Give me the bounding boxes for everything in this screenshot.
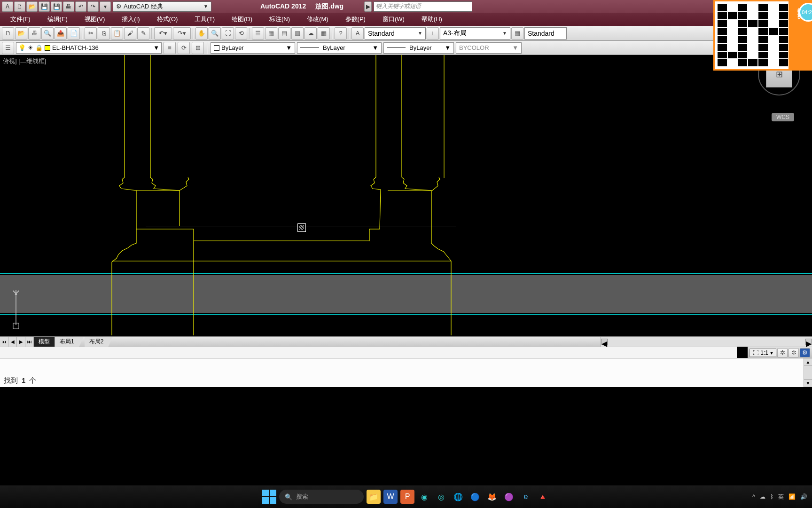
wcs-badge[interactable]: WCS	[772, 113, 794, 121]
preview-icon[interactable]: 🔍	[41, 27, 54, 40]
new-icon[interactable]: 🗋	[14, 1, 25, 12]
undo-icon[interactable]: ↶▾	[154, 27, 172, 40]
anno-scale-toolbar: ⛶ 1:1 ▾ ✲ ✲ ⚙	[748, 347, 812, 358]
new-icon[interactable]: 🗋	[2, 27, 14, 40]
saveas-icon[interactable]: 💾	[51, 1, 62, 12]
taskbar-search[interactable]: 🔍 搜索	[279, 490, 364, 504]
ime-indicator[interactable]: 英	[778, 493, 784, 501]
tab-prev-icon[interactable]: ◀	[8, 337, 17, 347]
menu-tools[interactable]: 工具(T)	[186, 13, 223, 25]
menu-param[interactable]: 参数(P)	[337, 13, 374, 25]
redo-icon[interactable]: ↷▾	[173, 27, 191, 40]
zoom-win-icon[interactable]: ⛶	[222, 27, 234, 40]
wifi-icon[interactable]: 📶	[789, 493, 796, 500]
chevron-up-icon[interactable]: ^	[752, 493, 755, 500]
menu-help[interactable]: 帮助(H)	[413, 13, 451, 25]
teams-icon[interactable]: 🟣	[502, 490, 516, 504]
word-icon[interactable]: W	[383, 490, 398, 504]
tab-next-icon[interactable]: ▶	[17, 337, 25, 347]
acad-icon[interactable]: 🔺	[536, 490, 550, 504]
tablestyle-icon[interactable]: ▦	[511, 27, 523, 40]
layermgr-icon[interactable]: ☰	[2, 42, 14, 54]
paste-icon[interactable]: 📋	[111, 27, 123, 40]
textstyle-icon[interactable]: A	[351, 27, 364, 40]
cut-icon[interactable]: ✂	[85, 27, 97, 40]
qat-more-icon[interactable]: ▾	[100, 1, 111, 12]
tab-last-icon[interactable]: ⏭	[25, 337, 34, 347]
zoom-rt-icon[interactable]: 🔍	[209, 27, 221, 40]
matchprop-icon[interactable]: 🖌	[124, 27, 136, 40]
linetype-dropdown[interactable]: ByLayer▼	[297, 42, 382, 54]
workspace-dropdown[interactable]: ⚙ AutoCAD 经典 ▼	[113, 1, 211, 12]
menu-format[interactable]: 格式(O)	[148, 13, 187, 25]
color-dropdown[interactable]: ByLayer▼	[211, 42, 295, 54]
edge-icon[interactable]: ◉	[417, 490, 431, 504]
ppt-icon[interactable]: P	[400, 490, 414, 504]
tab-first-icon[interactable]: ⏮	[0, 337, 8, 347]
lineweight-dropdown[interactable]: ByLayer▼	[383, 42, 454, 54]
markup-icon[interactable]: ☁	[304, 27, 317, 40]
redo-icon[interactable]: ↷	[87, 1, 99, 12]
help-search-input[interactable]: 键入关键字或短语	[374, 1, 472, 12]
horizontal-scrollbar[interactable]: ◀▶	[601, 337, 812, 347]
firefox-icon[interactable]: 🦊	[485, 490, 499, 504]
annoviz-icon[interactable]: ✲	[777, 348, 788, 357]
publish-icon[interactable]: 📤	[55, 27, 67, 40]
toolpalette-icon[interactable]: ▤	[278, 27, 290, 40]
dimstyle-dropdown[interactable]: A3-布局▼	[440, 27, 510, 40]
properties-icon[interactable]: ☰	[252, 27, 264, 40]
bluetooth-icon[interactable]: ᛒ	[770, 493, 773, 500]
designcenter-icon[interactable]: ▦	[265, 27, 277, 40]
cmd-scrollbar[interactable]: ▲▼	[804, 358, 812, 387]
open-icon[interactable]: 📂	[26, 1, 38, 12]
menu-dim[interactable]: 标注(N)	[261, 13, 298, 25]
save-icon[interactable]: 💾	[39, 1, 50, 12]
dimstyle-icon[interactable]: ⟂	[427, 27, 439, 40]
drawing-canvas[interactable]: 俯视] [二维线框]	[0, 55, 812, 335]
menu-modify[interactable]: 修改(M)	[298, 13, 337, 25]
tab-model[interactable]: 模型	[34, 337, 55, 347]
annoauto-icon[interactable]: ✲	[789, 348, 799, 357]
help-icon[interactable]: ?	[335, 27, 347, 40]
pan-icon[interactable]: ✋	[195, 27, 208, 40]
tab-layout2[interactable]: 布局2	[85, 337, 109, 347]
zoom-prev-icon[interactable]: ⟲	[235, 27, 247, 40]
anno-scale-button[interactable]: ⛶ 1:1 ▾	[750, 349, 776, 357]
sheet-icon[interactable]: 📄	[68, 27, 80, 40]
layeriso-icon[interactable]: ⊞	[192, 42, 204, 54]
menu-edit[interactable]: 编辑(E)	[39, 13, 76, 25]
volume-icon[interactable]: 🔊	[800, 493, 807, 500]
menu-draw[interactable]: 绘图(D)	[223, 13, 261, 25]
command-line[interactable]: 找到 1 个	[0, 358, 812, 387]
search-nav-icon[interactable]: ▶	[364, 1, 372, 12]
copy-icon[interactable]: ⎘	[98, 27, 110, 40]
explorer-icon[interactable]: 📁	[367, 490, 381, 504]
open-icon[interactable]: 📂	[15, 27, 27, 40]
cloud-icon[interactable]: ☁	[760, 493, 765, 500]
calc-icon[interactable]: ▦	[318, 27, 330, 40]
menu-file[interactable]: 文件(F)	[2, 13, 39, 25]
app-menu-icon[interactable]: A	[2, 1, 13, 12]
menu-view[interactable]: 视图(V)	[76, 13, 113, 25]
print-icon[interactable]: 🖶	[28, 27, 40, 40]
menu-insert[interactable]: 插入(I)	[113, 13, 148, 25]
browser-icon[interactable]: ◎	[434, 490, 448, 504]
layerstate-icon[interactable]: ≡	[164, 42, 176, 54]
app-icon[interactable]: 🔵	[468, 490, 482, 504]
sheetset-icon[interactable]: ▥	[291, 27, 304, 40]
undo-icon[interactable]: ↶	[75, 1, 86, 12]
tablestyle-dropdown[interactable]: Standard	[524, 27, 567, 40]
print-icon[interactable]: 🖶	[63, 1, 74, 12]
chrome-icon[interactable]: 🌐	[451, 490, 465, 504]
layer-dropdown[interactable]: 💡 ☀ 🔒 EL-BHATCH-136 ▼	[16, 42, 162, 54]
tab-layout1[interactable]: 布局1	[55, 337, 79, 347]
menu-window[interactable]: 窗口(W)	[374, 13, 413, 25]
plotstyle-dropdown[interactable]: BYCOLOR▼	[456, 42, 522, 54]
layerprev-icon[interactable]: ⟳	[178, 42, 190, 54]
textstyle-dropdown[interactable]: Standard▼	[365, 27, 426, 40]
start-button[interactable]	[262, 490, 276, 504]
edge2-icon[interactable]: e	[519, 490, 533, 504]
system-tray[interactable]: ^ ☁ ᛒ 英 📶 🔊	[752, 493, 807, 501]
blockedit-icon[interactable]: ✎	[137, 27, 149, 40]
ws-switch-icon[interactable]: ⚙	[800, 348, 810, 357]
